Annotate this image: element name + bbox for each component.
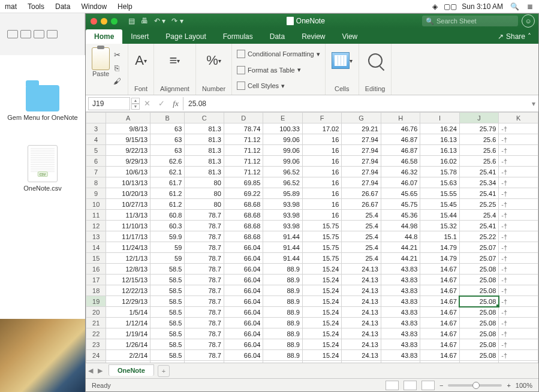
cell[interactable]: -†	[499, 318, 538, 328]
cell[interactable]: 1/19/14	[106, 328, 150, 339]
cell[interactable]: 16	[302, 199, 342, 210]
cell[interactable]: 16	[302, 156, 342, 167]
cell[interactable]: 78.7	[185, 231, 224, 242]
row-header[interactable]: 8	[86, 177, 106, 188]
cell[interactable]: 14.67	[420, 361, 460, 363]
cell[interactable]: -†	[499, 339, 538, 350]
search-icon[interactable]: 🔍	[510, 2, 519, 11]
cell[interactable]: 16	[302, 188, 342, 199]
zoom-out-button[interactable]: −	[439, 382, 443, 389]
cell[interactable]: 24.13	[342, 328, 381, 339]
cell[interactable]: 14.67	[420, 285, 460, 296]
cell[interactable]: 78.7	[185, 296, 224, 307]
format-as-table-button[interactable]: Format as Table ▾	[237, 64, 301, 77]
cell[interactable]: -†	[499, 275, 538, 285]
cell[interactable]: 14.67	[420, 318, 460, 328]
cell[interactable]: 25.41	[459, 167, 499, 177]
expand-formula-icon[interactable]: ▾	[529, 99, 538, 108]
redo-icon[interactable]: ↷ ▾	[171, 17, 183, 25]
cell[interactable]: 66.04	[224, 328, 263, 339]
ribbon-tab-view[interactable]: View	[333, 29, 366, 44]
cell[interactable]: -†	[499, 199, 538, 210]
cell[interactable]: 10/27/13	[106, 199, 150, 210]
tab-nav-prev[interactable]: ◀	[86, 367, 95, 375]
cell[interactable]: 15.24	[302, 318, 342, 328]
cell[interactable]: 88.9	[263, 307, 303, 318]
cell[interactable]: 25.08	[459, 339, 499, 350]
zoom-button[interactable]	[111, 18, 118, 25]
cell[interactable]: 66.04	[224, 285, 263, 296]
cell[interactable]: 63	[150, 134, 185, 145]
cell[interactable]: 88.9	[263, 296, 303, 307]
cell[interactable]: 93.98	[263, 199, 303, 210]
minimize-button[interactable]	[101, 18, 107, 25]
col-header-E[interactable]: E	[263, 113, 303, 123]
cell[interactable]: 25.4	[342, 253, 381, 264]
cell[interactable]: 15.32	[420, 221, 460, 231]
cell[interactable]: 81.3	[185, 156, 224, 167]
namebox-stepper[interactable]: ▲▼	[131, 98, 140, 110]
cell[interactable]: -†	[499, 177, 538, 188]
cell[interactable]: 46.58	[381, 156, 420, 167]
cell[interactable]: 58.5	[150, 275, 185, 285]
screens-icon[interactable]: ▢▢	[446, 2, 454, 11]
name-box[interactable]: J19	[88, 97, 130, 110]
cell[interactable]: 78.7	[185, 275, 224, 285]
font-group[interactable]: A▾ Font	[128, 44, 154, 95]
col-header-F[interactable]: F	[302, 113, 342, 123]
row-header[interactable]: 21	[86, 318, 106, 328]
cell[interactable]: 66.04	[224, 350, 263, 361]
cell[interactable]: 11/10/13	[106, 221, 150, 231]
cut-icon[interactable]: ✂	[112, 50, 122, 59]
cell[interactable]: 69.22	[224, 188, 263, 199]
col-header-I[interactable]: I	[420, 113, 460, 123]
cell[interactable]: -†	[499, 156, 538, 167]
cell[interactable]: 17.02	[302, 123, 342, 134]
cell[interactable]: 61.2	[150, 199, 185, 210]
cell[interactable]: 68.68	[224, 221, 263, 231]
cell[interactable]: 59	[150, 253, 185, 264]
cell[interactable]: 45.65	[381, 188, 420, 199]
cell[interactable]: 15.24	[302, 296, 342, 307]
cell[interactable]: 46.76	[381, 123, 420, 134]
menu-item[interactable]: Help	[118, 2, 133, 11]
cell[interactable]: -†	[499, 188, 538, 199]
cell[interactable]: 43.83	[381, 285, 420, 296]
cell[interactable]: 24.13	[342, 275, 381, 285]
cell[interactable]: 66.04	[224, 296, 263, 307]
alignment-group[interactable]: ≡▾ Alignment	[154, 44, 196, 95]
row-header[interactable]: 15	[86, 253, 106, 264]
row-header[interactable]: 4	[86, 134, 106, 145]
row-header[interactable]: 23	[86, 339, 106, 350]
cell[interactable]: 88.9	[263, 275, 303, 285]
cell[interactable]: 43.83	[381, 328, 420, 339]
cell[interactable]: -†	[499, 253, 538, 264]
cell[interactable]: 81.3	[185, 145, 224, 156]
row-header[interactable]: 19	[86, 296, 106, 307]
cell[interactable]: 96.52	[263, 167, 303, 177]
cell[interactable]: 88.9	[263, 285, 303, 296]
cell[interactable]: 78.7	[185, 221, 224, 231]
cell[interactable]: 14.67	[420, 328, 460, 339]
cell[interactable]: 25.08	[459, 307, 499, 318]
cell[interactable]: 25.08	[459, 328, 499, 339]
cell[interactable]: 15.24	[302, 264, 342, 275]
ribbon-tab-insert[interactable]: Insert	[122, 29, 157, 44]
cell[interactable]: 14.67	[420, 339, 460, 350]
cell[interactable]: 29.21	[342, 123, 381, 134]
cell[interactable]: 25.08	[459, 318, 499, 328]
cell[interactable]: 2/9/14	[106, 361, 150, 363]
col-header-B[interactable]: B	[150, 113, 185, 123]
cell[interactable]: 25.4	[342, 242, 381, 253]
cell[interactable]: 16.13	[420, 134, 460, 145]
cell[interactable]: 26.67	[342, 188, 381, 199]
cell[interactable]: 88.9	[263, 361, 303, 363]
cell[interactable]: 99.06	[263, 134, 303, 145]
cell[interactable]: 44.21	[381, 253, 420, 264]
cell[interactable]: 12/8/13	[106, 264, 150, 275]
zoom-in-button[interactable]: +	[507, 382, 510, 389]
cell[interactable]: 25.08	[459, 285, 499, 296]
cell[interactable]: 27.94	[342, 145, 381, 156]
cell[interactable]: 15.24	[302, 285, 342, 296]
cell[interactable]: 81.3	[185, 123, 224, 134]
